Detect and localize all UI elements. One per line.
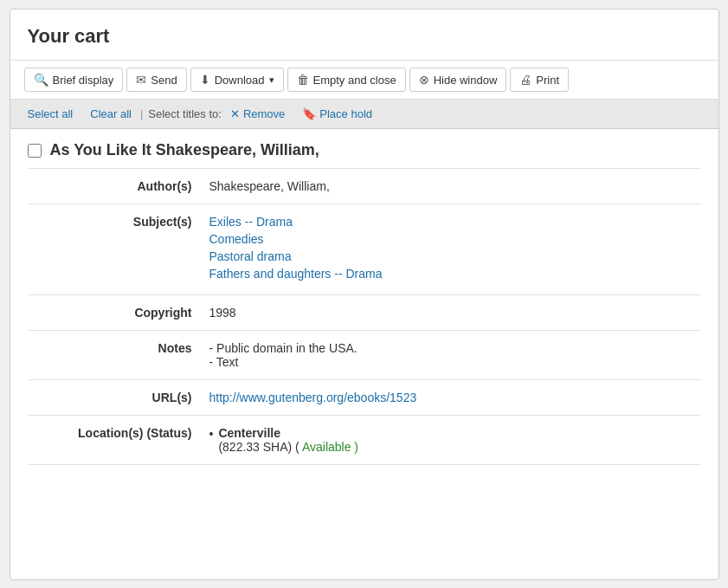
author-value: Shakespeare, William, [201, 169, 701, 204]
send-button[interactable]: ✉ Send [126, 68, 186, 92]
location-value: • Centerville (822.33 SHA) ( Available ) [201, 416, 701, 465]
location-label: Location(s) (Status) [28, 416, 201, 465]
subject-row: Subject(s) Exiles -- Drama Comedies Past… [28, 204, 701, 295]
url-label: URL(s) [28, 380, 201, 416]
notes-values: - Public domain in the USA. - Text [201, 331, 701, 380]
url-value: http://www.gutenberg.org/ebooks/1523 [201, 380, 701, 416]
brief-display-button[interactable]: 🔍 Brief display [24, 68, 124, 92]
content-area: As You Like It Shakespeare, William, Aut… [10, 129, 718, 465]
detail-table: Author(s) Shakespeare, William, Subject(… [28, 169, 701, 465]
remove-button[interactable]: ✕ Remove [227, 106, 288, 122]
subject-link-2[interactable]: Comedies [209, 232, 693, 246]
download-button[interactable]: ⬇ Download [190, 68, 284, 92]
envelope-icon: ✉ [136, 73, 146, 87]
place-hold-button[interactable]: 🔖 Place hold [299, 106, 376, 122]
select-all-button[interactable]: Select all [24, 106, 77, 122]
search-icon: 🔍 [34, 73, 48, 87]
action-bar: Select all Clear all | Select titles to:… [10, 100, 718, 129]
location-status: Available ) [302, 440, 358, 454]
note-2: - Text [209, 355, 693, 369]
bullet-icon: • [209, 427, 214, 441]
location-item: • Centerville (822.33 SHA) ( Available ) [209, 426, 693, 454]
subject-values: Exiles -- Drama Comedies Pastoral drama … [201, 204, 701, 295]
x-icon: ✕ [230, 107, 240, 120]
subject-label: Subject(s) [28, 204, 201, 295]
empty-close-button[interactable]: 🗑 Empty and close [287, 68, 406, 92]
notes-row: Notes - Public domain in the USA. - Text [28, 331, 701, 380]
copyright-row: Copyright 1998 [28, 295, 701, 331]
subject-link-3[interactable]: Pastoral drama [209, 249, 693, 263]
location-row: Location(s) (Status) • Centerville (822.… [28, 416, 701, 465]
location-name: Centerville [218, 426, 280, 440]
trash-icon: 🗑 [297, 73, 309, 87]
subject-link-4[interactable]: Fathers and daughters -- Drama [209, 267, 693, 281]
author-label: Author(s) [28, 169, 201, 204]
location-call: (822.33 SHA) ( [218, 440, 302, 454]
download-icon: ⬇ [200, 73, 210, 87]
url-row: URL(s) http://www.gutenberg.org/ebooks/1… [28, 380, 701, 416]
separator-2: | [140, 107, 143, 120]
hide-window-button[interactable]: ⊗ Hide window [409, 68, 507, 92]
notes-label: Notes [28, 331, 201, 380]
toolbar: 🔍 Brief display ✉ Send ⬇ Download 🗑 Empt… [10, 60, 718, 100]
copyright-value: 1998 [201, 295, 701, 331]
author-row: Author(s) Shakespeare, William, [28, 169, 701, 204]
print-icon: 🖨 [519, 73, 532, 87]
note-1: - Public domain in the USA. [209, 341, 693, 355]
book-title: As You Like It Shakespeare, William, [50, 141, 319, 159]
copyright-label: Copyright [28, 295, 201, 331]
bookmark-icon: 🔖 [302, 107, 316, 120]
location-details: Centerville (822.33 SHA) ( Available ) [218, 426, 358, 454]
close-circle-icon: ⊗ [419, 73, 429, 87]
clear-all-button[interactable]: Clear all [87, 106, 135, 122]
cart-window: Your cart 🔍 Brief display ✉ Send ⬇ Downl… [10, 9, 719, 580]
page-title: Your cart [10, 10, 718, 60]
book-header: As You Like It Shakespeare, William, [28, 129, 701, 169]
select-titles-label: Select titles to: [148, 107, 222, 120]
print-button[interactable]: 🖨 Print [510, 68, 569, 92]
subject-link-1[interactable]: Exiles -- Drama [209, 215, 693, 229]
url-link[interactable]: http://www.gutenberg.org/ebooks/1523 [209, 391, 417, 404]
book-checkbox[interactable] [28, 144, 42, 158]
